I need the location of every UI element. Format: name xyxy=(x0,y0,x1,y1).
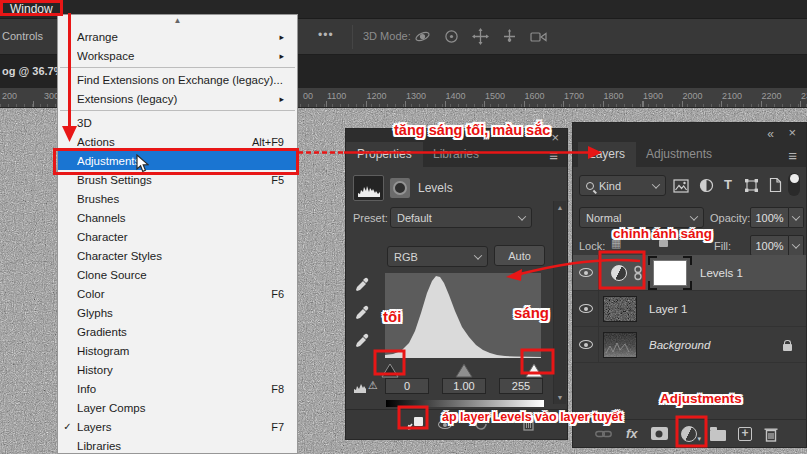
menu-item-history[interactable]: History xyxy=(58,360,297,379)
tab-layers[interactable]: Layers xyxy=(578,142,636,167)
black-level-input[interactable]: 0 xyxy=(385,378,429,394)
properties-scrollbar[interactable]: ▲ ▼ xyxy=(553,201,566,404)
output-levels-gradient[interactable] xyxy=(386,400,544,407)
auto-button[interactable]: Auto xyxy=(494,245,545,266)
opacity-dropdown-icon[interactable] xyxy=(789,207,804,228)
histogram-refresh-icon[interactable] xyxy=(354,381,366,393)
pan-3d-icon[interactable] xyxy=(472,28,489,45)
mask-link-icon[interactable] xyxy=(634,265,642,281)
scroll-down-icon[interactable]: ▼ xyxy=(554,394,566,401)
new-group-icon[interactable] xyxy=(710,430,726,441)
blend-mode-dropdown[interactable]: Normal xyxy=(579,207,704,228)
layer-name[interactable]: Layer 1 xyxy=(649,303,687,315)
orbit-3d-icon[interactable] xyxy=(414,28,431,45)
menu-item-clone-source[interactable]: Clone Source xyxy=(58,265,297,284)
layer-thumbnail[interactable] xyxy=(603,332,637,358)
filter-adjustment-layers-icon[interactable] xyxy=(699,178,714,193)
layer-mask-thumbnail[interactable] xyxy=(648,256,692,290)
menu-item-info[interactable]: InfoF8 xyxy=(58,379,297,398)
tab-adjustments[interactable]: Adjustments xyxy=(635,142,723,167)
kind-filter-dropdown[interactable]: Kind xyxy=(579,175,666,196)
layer-row-background[interactable]: Background xyxy=(573,327,806,363)
black-point-eyedropper-icon[interactable] xyxy=(354,276,370,292)
delete-layer-icon[interactable] xyxy=(764,426,778,442)
menu-item-color[interactable]: ColorF6 xyxy=(58,284,297,303)
layer-name[interactable]: Levels 1 xyxy=(700,267,743,279)
menu-item-libraries[interactable]: Libraries xyxy=(58,436,297,454)
visibility-toggle[interactable] xyxy=(573,291,599,327)
filter-type-layers-icon[interactable]: T xyxy=(724,177,732,192)
adjustment-layer-icon[interactable] xyxy=(611,265,627,281)
close-icon[interactable]: × xyxy=(788,127,796,139)
menu-item-adjustments[interactable]: Adjustments xyxy=(58,151,297,170)
filter-pixel-layers-icon[interactable] xyxy=(673,179,689,193)
filter-toggle-switch[interactable] xyxy=(788,173,800,196)
menu-scroll-up-icon[interactable]: ▲ xyxy=(58,16,297,26)
link-layers-icon[interactable] xyxy=(595,429,612,439)
menu-item-label: Character Styles xyxy=(77,250,284,262)
menu-item-brush-settings[interactable]: Brush SettingsF5 xyxy=(58,170,297,189)
camera-3d-icon[interactable] xyxy=(530,29,549,44)
background-lock-icon[interactable] xyxy=(783,344,792,351)
tab-libraries[interactable]: Libraries xyxy=(422,142,490,167)
menu-item-histogram[interactable]: Histogram xyxy=(58,341,297,360)
new-adjustment-layer-icon[interactable] xyxy=(681,426,697,442)
menu-item-gradients[interactable]: Gradients xyxy=(58,322,297,341)
filter-shape-layers-icon[interactable] xyxy=(744,178,759,193)
channel-dropdown[interactable]: RGB xyxy=(387,246,488,267)
scroll-up-icon[interactable]: ▲ xyxy=(554,204,566,211)
midtone-slider[interactable] xyxy=(456,364,472,377)
visibility-toggle[interactable] xyxy=(573,255,599,291)
preset-value: Default xyxy=(397,212,432,224)
slide-3d-icon[interactable] xyxy=(501,28,518,45)
menu-item-layers[interactable]: ✓LayersF7 xyxy=(58,417,297,436)
gray-point-eyedropper-icon[interactable] xyxy=(354,304,370,320)
opacity-value[interactable]: 100% xyxy=(750,207,789,228)
collapse-panel-icon[interactable]: « xyxy=(767,128,774,140)
layer-style-icon[interactable]: fx xyxy=(626,426,638,441)
preset-dropdown[interactable]: Default xyxy=(390,207,532,228)
menu-item-label: Brush Settings xyxy=(77,174,271,186)
menu-item-arrange[interactable]: Arrange▸ xyxy=(58,27,297,46)
menu-item-layer-comps[interactable]: Layer Comps xyxy=(58,398,297,417)
panel-menu-icon[interactable]: ≡ xyxy=(549,150,558,162)
layer-row-layer-1[interactable]: Layer 1 xyxy=(573,291,806,327)
layer-thumbnail[interactable] xyxy=(603,296,637,322)
white-level-input[interactable]: 255 xyxy=(499,378,543,394)
menu-item-brushes[interactable]: Brushes xyxy=(58,189,297,208)
visibility-toggle[interactable] xyxy=(573,327,599,363)
clip-to-layer-icon[interactable] xyxy=(406,415,424,431)
menu-item-label: Color xyxy=(77,288,271,300)
menu-window[interactable]: Window xyxy=(10,2,53,16)
menu-item-find-extensions-on-exchange-legacy[interactable]: Find Extensions on Exchange (legacy)... xyxy=(58,70,297,89)
fill-dropdown-icon[interactable] xyxy=(789,235,804,256)
layer-row-levels-1[interactable]: Levels 1 xyxy=(573,255,806,291)
close-icon[interactable]: × xyxy=(551,132,559,144)
menu-item-character-styles[interactable]: Character Styles xyxy=(58,246,297,265)
new-layer-icon[interactable]: + xyxy=(738,427,752,441)
midtone-level-input[interactable]: 1.00 xyxy=(442,378,486,394)
lock-all-icon[interactable] xyxy=(659,240,668,247)
black-point-slider[interactable] xyxy=(382,364,398,377)
ruler-label: 1700 xyxy=(564,91,584,101)
menu-item-glyphs[interactable]: Glyphs xyxy=(58,303,297,322)
menu-item-label: Info xyxy=(77,383,271,395)
layer-name[interactable]: Background xyxy=(649,339,710,351)
ruler-label: 2000 xyxy=(683,91,703,101)
roll-3d-icon[interactable] xyxy=(443,28,460,45)
filter-smart-objects-icon[interactable] xyxy=(769,177,782,193)
more-options-icon[interactable]: ••• xyxy=(318,28,334,42)
add-mask-icon[interactable] xyxy=(651,427,668,440)
menu-item-channels[interactable]: Channels xyxy=(58,208,297,227)
menu-item-workspace[interactable]: Workspace▸ xyxy=(58,46,297,65)
menu-item-extensions-legacy[interactable]: Extensions (legacy)▸ xyxy=(58,89,297,108)
menu-item-character[interactable]: Character xyxy=(58,227,297,246)
fill-value[interactable]: 100% xyxy=(750,235,789,256)
menu-item-actions[interactable]: ActionsAlt+F9 xyxy=(58,132,297,151)
tab-properties[interactable]: Properties xyxy=(346,142,423,167)
white-point-eyedropper-icon[interactable] xyxy=(354,332,370,348)
white-point-slider[interactable] xyxy=(526,364,542,377)
menu-item-3d[interactable]: 3D xyxy=(58,113,297,132)
panel-menu-icon[interactable]: ≡ xyxy=(788,150,797,162)
document-tab[interactable]: og @ 36.7% xyxy=(2,65,63,77)
